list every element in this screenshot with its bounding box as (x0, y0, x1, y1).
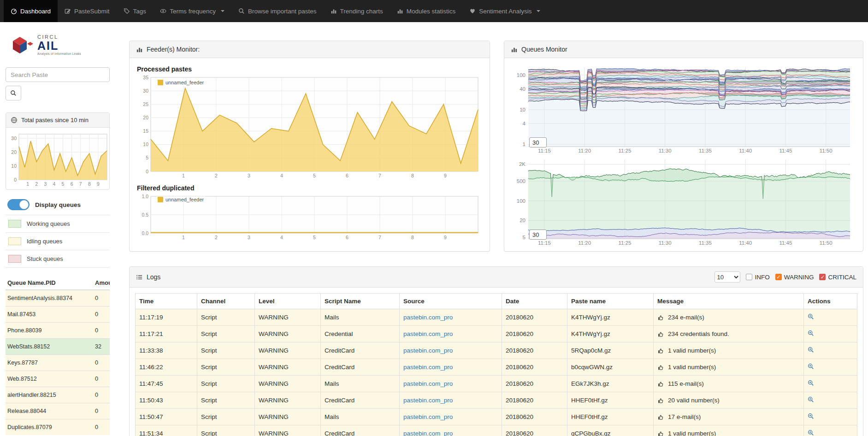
legend-swatch (158, 197, 163, 202)
toggle-knob (19, 200, 29, 209)
show-paste-button[interactable] (808, 396, 814, 403)
log-channel: Script (197, 342, 255, 359)
queue-row[interactable]: Web.875120 (6, 371, 110, 387)
search-button[interactable] (6, 86, 21, 100)
info-checkbox[interactable] (746, 274, 752, 280)
nav-pastesubmit[interactable]: PasteSubmit (58, 0, 117, 22)
source-link[interactable]: pastebin.com_pro (403, 314, 453, 321)
range-value-input[interactable] (529, 137, 547, 147)
svg-text:11:20: 11:20 (578, 240, 591, 246)
search-icon (238, 8, 245, 14)
svg-text:5: 5 (313, 173, 316, 178)
filter-info[interactable]: INFO (746, 274, 769, 281)
log-paste-name: b0cqwGWN.gz (567, 359, 654, 376)
log-script: Mails (321, 376, 400, 392)
caret-down-icon (537, 10, 540, 12)
queue-row[interactable]: Mail.874530 (6, 306, 110, 323)
svg-text:0.0: 0.0 (142, 230, 148, 236)
column-header: Level (255, 294, 321, 309)
tags-icon (124, 8, 130, 14)
show-paste-button[interactable] (808, 430, 814, 436)
nav-sentiment-analysis[interactable]: Sentiment Analysis (462, 0, 547, 22)
queue-row[interactable]: WebStats.8815232 (6, 339, 110, 355)
source-link[interactable]: pastebin.com_pro (403, 430, 453, 436)
chart-legend: unnamed_feeder (156, 196, 205, 203)
source-link[interactable]: pastebin.com_pro (403, 347, 453, 354)
log-row: 11:17:19ScriptWARNINGMailspastebin.com_p… (136, 309, 857, 326)
show-paste-button[interactable] (808, 330, 814, 336)
nav-browse-important-pastes[interactable]: Browse important pastes (231, 0, 324, 22)
nav-dashboard[interactable]: Dashboard (4, 0, 58, 22)
total-pastes-panel: Total pastes since 10 min 01020301234567… (6, 112, 110, 190)
range-value-input[interactable] (529, 230, 547, 240)
filter-warning[interactable]: ✓ WARNING (775, 274, 814, 281)
svg-text:5: 5 (146, 155, 148, 160)
show-paste-button[interactable] (808, 313, 814, 320)
show-paste-button[interactable] (808, 413, 814, 419)
nav-terms-frequency[interactable]: Terms frequency (153, 0, 231, 22)
log-channel: Script (197, 359, 255, 376)
processed-pastes-chart: unnamed_feeder 05101520253035123456789 (136, 74, 483, 181)
queue-name: Keys.87787 (6, 355, 93, 371)
critical-checkbox[interactable]: ✓ (819, 274, 826, 280)
queue-row[interactable]: Duplicates.870790 (6, 419, 110, 436)
page-size-select[interactable]: 10 (714, 271, 740, 283)
log-channel: Script (197, 392, 255, 409)
queue-row[interactable]: Phone.880390 (6, 323, 110, 339)
search-paste-input[interactable] (6, 67, 110, 82)
log-actions (804, 342, 857, 359)
svg-text:9: 9 (444, 173, 447, 178)
svg-text:9: 9 (97, 181, 100, 187)
queue-row[interactable]: Keys.877870 (6, 355, 110, 371)
svg-text:1: 1 (523, 141, 526, 147)
log-source: pastebin.com_pro (400, 392, 502, 409)
log-level: WARNING (255, 342, 321, 359)
svg-text:2: 2 (215, 173, 218, 178)
log-actions (804, 309, 857, 326)
legend-series-name: unnamed_feeder (165, 80, 204, 85)
globe-icon (11, 117, 18, 124)
bar-chart-icon (331, 8, 337, 14)
nav-modules-statistics[interactable]: Modules statistics (390, 0, 463, 22)
column-header: Channel (197, 294, 255, 309)
warning-checkbox[interactable]: ✓ (775, 274, 782, 280)
svg-text:4: 4 (523, 121, 526, 126)
log-source: pastebin.com_pro (400, 409, 502, 425)
nav-trending-charts[interactable]: Trending charts (324, 0, 390, 22)
search-icon (10, 90, 17, 96)
log-message: 234 credentials found. (654, 326, 804, 342)
nav-tags[interactable]: Tags (117, 0, 154, 22)
log-paste-name: EGk7JK3h.gz (567, 376, 654, 392)
log-actions (804, 409, 857, 425)
show-paste-button[interactable] (808, 363, 814, 370)
svg-text:6: 6 (346, 235, 348, 240)
log-actions (804, 392, 857, 409)
search-plus-icon (808, 330, 814, 336)
display-queues-toggle[interactable] (7, 199, 30, 210)
source-link[interactable]: pastebin.com_pro (403, 413, 453, 420)
source-link[interactable]: pastebin.com_pro (403, 397, 453, 404)
svg-text:8: 8 (411, 173, 414, 178)
show-paste-button[interactable] (808, 380, 814, 386)
logs-table: TimeChannelLevelScript NameSourceDatePas… (135, 293, 857, 436)
source-link[interactable]: pastebin.com_pro (403, 380, 453, 387)
log-time: 11:47:45 (136, 376, 197, 392)
total-pastes-panel-header: Total pastes since 10 min (6, 113, 109, 128)
sidebar: CIRCL AIL Analysis of Information Leaks … (0, 22, 115, 436)
filter-critical[interactable]: ✓ CRITICAL (819, 274, 856, 281)
svg-text:11:50: 11:50 (820, 240, 833, 246)
log-message: 1 valid number(s) (654, 342, 804, 359)
log-channel: Script (197, 376, 255, 392)
queue-row[interactable]: Release.880440 (6, 403, 110, 419)
show-paste-button[interactable] (808, 347, 814, 353)
source-link[interactable]: pastebin.com_pro (403, 330, 453, 337)
svg-text:0: 0 (146, 169, 148, 174)
legend-series-name: unnamed_feeder (165, 197, 204, 202)
queue-row[interactable]: SentimentAnalysis.883740 (6, 290, 110, 306)
source-link[interactable]: pastebin.com_pro (403, 364, 453, 371)
svg-text:6: 6 (346, 173, 348, 178)
queues-monitor-panel: Queues Monitor 10040104111:1511:2011:251… (504, 41, 863, 252)
log-script: CreditCard (321, 342, 400, 359)
feeders-monitor-panel: Feeder(s) Monitor: Processed pastes unna… (129, 41, 490, 252)
queue-row[interactable]: alertHandler.882150 (6, 387, 110, 403)
